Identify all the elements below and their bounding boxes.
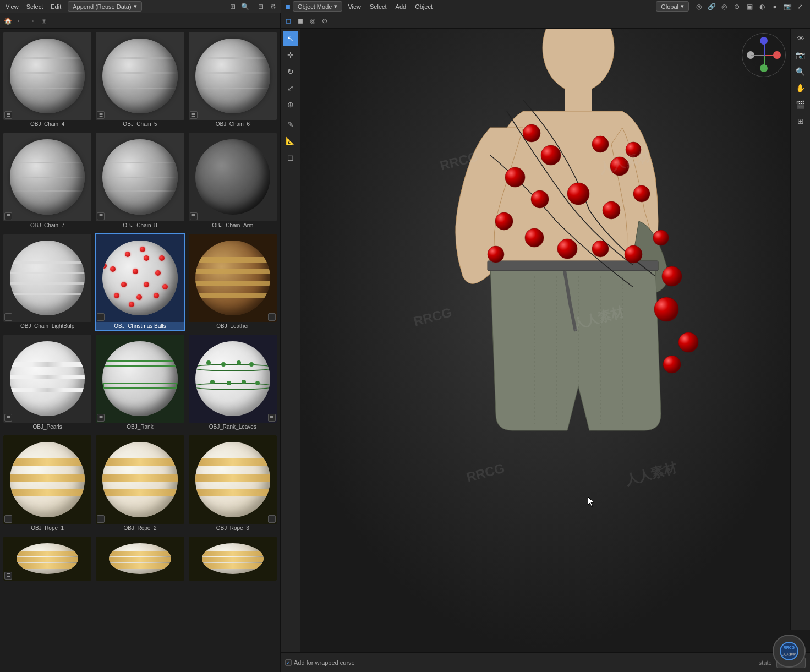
asset-grid-container[interactable]: ☰ OBJ_Chain_4 ☰: [0, 29, 280, 672]
viewport-menu-view[interactable]: View: [344, 2, 364, 11]
viewport-icon2[interactable]: ◼: [295, 15, 306, 26]
asset-label-rope-3: OBJ_Rope_3: [189, 524, 277, 532]
svg-rect-5: [565, 86, 592, 114]
transform-label: Global: [661, 3, 678, 10]
gear-icon[interactable]: ⚙: [267, 1, 278, 12]
grid-toggle-icon[interactable]: ⊞: [39, 15, 50, 26]
viewport-content[interactable]: ↖ ✛ ↻ ⤢ ⊕ ✎ 📐 ◻ 👁 📷 🔍 ✋ 🎬 ⊞: [281, 29, 810, 652]
filter-icon[interactable]: ⊟: [255, 1, 266, 12]
svg-point-28: [662, 266, 682, 286]
asset-item-chain-4[interactable]: ☰ OBJ_Chain_4: [2, 31, 92, 129]
svg-point-25: [592, 241, 609, 257]
asset-item-rank-leaves[interactable]: ☰ OBJ_Rank_Leaves: [188, 334, 278, 432]
camera-icon[interactable]: 📷: [782, 1, 793, 12]
asset-item-rope-3[interactable]: ☰ OBJ_Rope_3: [188, 434, 278, 533]
menu-view[interactable]: View: [2, 2, 22, 11]
asset-item-chain-6[interactable]: ☰ OBJ_Chain_6: [188, 31, 278, 129]
transform-tool-btn[interactable]: ⊕: [283, 97, 298, 112]
back-icon[interactable]: ←: [14, 15, 25, 26]
add-cube-tool-btn[interactable]: ◻: [283, 150, 298, 165]
rrcg-logo-svg: RRCG 人人素材: [779, 641, 799, 661]
svg-point-23: [525, 228, 544, 247]
menu-edit[interactable]: Edit: [47, 2, 64, 11]
asset-thumb-rope-1: ☰: [3, 435, 91, 523]
viewport-menu-object[interactable]: Object: [412, 2, 436, 11]
thumb-check-chain6: ☰: [190, 111, 198, 119]
view-tool-4[interactable]: ✋: [793, 80, 808, 96]
asset-item-chain-5[interactable]: ☰ OBJ_Chain_5: [95, 31, 185, 129]
view-tool-1[interactable]: 👁: [793, 31, 808, 46]
asset-item-rope-2[interactable]: ☰ OBJ_Rope_2: [95, 434, 185, 533]
grid-view-icon[interactable]: ⊞: [227, 1, 238, 12]
svg-point-32: [663, 356, 681, 373]
mode-arrow-icon: ▾: [334, 3, 337, 10]
view-tool-6[interactable]: ⊞: [793, 113, 808, 129]
svg-point-19: [567, 183, 589, 205]
view-tool-5[interactable]: 🎬: [793, 97, 808, 112]
viewport-menu-add[interactable]: Add: [392, 2, 410, 11]
svg-point-15: [610, 157, 629, 176]
asset-label-chain-6: OBJ_Chain_6: [189, 120, 277, 128]
rrcg-logo: RRCG 人人素材: [773, 635, 806, 668]
append-dropdown[interactable]: Append (Reuse Data) ▾: [68, 1, 141, 12]
right-panel-menu: ◼ Object Mode ▾ View Select Add Object G…: [281, 0, 810, 13]
viewport-icon4[interactable]: ⊙: [319, 15, 330, 26]
asset-item-chain-arm[interactable]: ☰ OBJ_Chain_Arm: [188, 132, 278, 230]
asset-thumb-christmas-balls: ☰: [96, 234, 184, 322]
pivot-icon[interactable]: ◎: [693, 1, 704, 12]
dropdown-arrow-icon: ▾: [134, 3, 137, 10]
annotate-tool-btn[interactable]: ✎: [283, 117, 298, 132]
asset-item-rope-1[interactable]: ☰ OBJ_Rope_1: [2, 434, 92, 533]
measure-tool-btn[interactable]: 📐: [283, 133, 298, 149]
left-panel-menu: View Select Edit Append (Reuse Data) ▾ ⊞…: [0, 0, 281, 13]
asset-label-rank: OBJ_Rank: [96, 423, 184, 431]
asset-label-chain-8: OBJ_Chain_8: [96, 221, 184, 230]
home-icon[interactable]: 🏠: [2, 15, 13, 26]
rotate-tool-btn[interactable]: ↻: [283, 64, 298, 79]
asset-item-chain-7[interactable]: ☰ OBJ_Chain_7: [2, 132, 92, 230]
asset-label-pearls: OBJ_Pearls: [3, 423, 91, 431]
svg-point-27: [653, 230, 669, 245]
asset-item-rope-4[interactable]: ☰: [2, 536, 92, 582]
shading1-icon[interactable]: ◐: [757, 1, 768, 12]
view-tool-2[interactable]: 📷: [793, 47, 808, 63]
asset-item-christmas-balls[interactable]: ☰ OBJ_Christmas Balls: [95, 233, 185, 331]
asset-item-lightbulp[interactable]: ☰ OBJ_Chain_LightBulp: [2, 233, 92, 331]
view-tool-3[interactable]: 🔍: [793, 64, 808, 79]
scale-tool-btn[interactable]: ⤢: [283, 80, 298, 96]
asset-item-chain-8[interactable]: ☰ OBJ_Chain_8: [95, 132, 185, 230]
asset-item-rope-6[interactable]: [188, 536, 278, 582]
character-render-area: [300, 29, 790, 652]
svg-point-34: [780, 642, 798, 660]
asset-label-christmas-balls: OBJ_Christmas Balls: [96, 322, 184, 330]
proportional-icon[interactable]: ◎: [719, 1, 730, 12]
viewport-menu-select[interactable]: Select: [366, 2, 390, 11]
overlay-icon[interactable]: ⊙: [731, 1, 742, 12]
search-icon[interactable]: 🔍: [239, 1, 250, 12]
mode-label: Object Mode: [298, 3, 332, 10]
viewport-icon3[interactable]: ◎: [307, 15, 318, 26]
asset-label-rope-1: OBJ_Rope_1: [3, 524, 91, 532]
snap-icon[interactable]: 🔗: [706, 1, 717, 12]
mode-dropdown[interactable]: Object Mode ▾: [293, 1, 342, 12]
thumb-check-rope1: ☰: [4, 515, 12, 523]
menu-select[interactable]: Select: [23, 2, 47, 11]
wrapped-curve-checkbox-group[interactable]: Add for wrapped curve: [285, 659, 355, 666]
xray-icon[interactable]: ▣: [744, 1, 755, 12]
forward-icon[interactable]: →: [26, 15, 37, 26]
asset-thumb-chain-arm: ☰: [189, 133, 277, 221]
asset-thumb-rope-3: ☰: [189, 435, 277, 523]
shading2-icon[interactable]: ●: [769, 1, 780, 12]
asset-item-rank[interactable]: ☰ OBJ_Rank: [95, 334, 185, 432]
fullscreen-icon[interactable]: ⤢: [795, 1, 806, 12]
transform-dropdown[interactable]: Global ▾: [656, 1, 689, 12]
viewport-select-icon[interactable]: ◻: [283, 15, 294, 26]
thumb-check-rank: ☰: [97, 414, 105, 422]
asset-item-pearls[interactable]: ☰ OBJ_Pearls: [2, 334, 92, 432]
object-icon: ◼: [285, 3, 291, 10]
wrapped-curve-checkbox[interactable]: [285, 659, 292, 666]
select-tool-btn[interactable]: ↖: [283, 31, 298, 46]
move-tool-btn[interactable]: ✛: [283, 47, 298, 63]
asset-item-rope-5[interactable]: [95, 536, 185, 582]
asset-item-leather[interactable]: ☰ OBJ_Leather: [188, 233, 278, 331]
